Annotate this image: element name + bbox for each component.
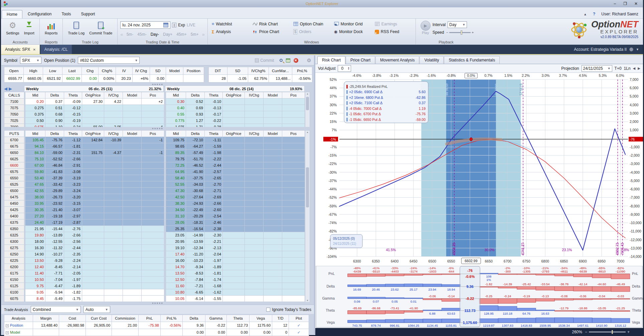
option-cell[interactable]: -1.82	[64, 289, 82, 296]
option-cell[interactable]: 0.375	[25, 111, 45, 118]
menu-item-tools[interactable]: Tools	[57, 10, 75, 18]
option-cell[interactable]: 94.15	[25, 143, 45, 150]
option-cell[interactable]	[245, 169, 264, 175]
option-cell[interactable]	[245, 175, 264, 181]
doc-tab[interactable]: Analysis: SPX✕	[1, 45, 40, 54]
ta-col-header[interactable]: T/D	[272, 315, 289, 322]
option-cell[interactable]: 0.40	[166, 105, 186, 111]
import-button[interactable]: Import	[22, 20, 37, 36]
option-cell[interactable]	[223, 143, 245, 150]
option-cell[interactable]: -41.90	[186, 169, 205, 175]
option-cell[interactable]: 28.05	[166, 219, 186, 226]
option-cell[interactable]	[104, 283, 123, 289]
chain-col-header[interactable]: OrigPrice	[223, 131, 245, 137]
spreadsheet-icon[interactable]	[286, 58, 290, 62]
chain-col-header[interactable]: Mid	[166, 92, 186, 99]
option-cell[interactable]	[104, 105, 123, 111]
option-cell[interactable]: 0.90	[45, 118, 64, 124]
option-cell[interactable]: 13.50	[166, 270, 186, 277]
time-step-button[interactable]: 45m+	[176, 32, 186, 37]
option-cell[interactable]: 10.50	[25, 277, 45, 283]
summary-col-header[interactable]: SD	[227, 67, 248, 75]
pin-ribbon-icon[interactable]: ▲	[584, 12, 587, 16]
option-cell[interactable]: -51.70	[186, 156, 205, 162]
quote-col-header[interactable]: Chg%	[99, 67, 116, 75]
option-cell[interactable]: -34.03	[186, 181, 205, 188]
chain-col-header[interactable]: Pos	[282, 131, 305, 137]
option-cell[interactable]: -11.20	[186, 251, 205, 258]
option-cell[interactable]	[123, 175, 142, 181]
option-cell[interactable]: -1.98	[205, 150, 223, 156]
option-cell[interactable]: 53.40	[25, 175, 45, 181]
option-cell[interactable]	[142, 283, 164, 289]
option-cell[interactable]: -27.64	[186, 194, 205, 200]
option-cell[interactable]	[245, 251, 264, 258]
option-cell[interactable]	[82, 194, 104, 200]
option-cell[interactable]	[123, 162, 142, 169]
strike-cell[interactable]: 6475	[4, 194, 24, 200]
option-cell[interactable]: 31.10	[166, 213, 186, 219]
option-cell[interactable]: -13.89	[45, 232, 64, 238]
option-cell[interactable]	[123, 283, 142, 289]
option-cell[interactable]	[223, 296, 245, 302]
option-cell[interactable]	[223, 207, 245, 213]
chain-col-header[interactable]: Delta	[186, 131, 205, 137]
option-cell[interactable]: -6.14	[186, 296, 205, 302]
option-cell[interactable]	[264, 245, 282, 251]
projection-t-label[interactable]: T+0	[615, 66, 622, 71]
option-cell[interactable]: -2.97	[64, 213, 82, 219]
strike-cell[interactable]: 6675	[4, 143, 24, 150]
speed-slider[interactable]: −+	[446, 30, 474, 34]
expand-icon[interactable]: +	[6, 331, 9, 334]
option-cell[interactable]	[223, 194, 245, 200]
option-cell[interactable]	[123, 188, 142, 194]
plot-checkbox[interactable]: ✓	[289, 329, 309, 336]
strike-cell[interactable]: 6525	[4, 181, 24, 188]
option-cell[interactable]	[245, 156, 264, 162]
option-cell[interactable]: -26.73	[45, 194, 64, 200]
option-cell[interactable]	[282, 111, 305, 118]
option-cell[interactable]	[245, 118, 264, 124]
ta-col-header[interactable]: Commission	[112, 315, 139, 322]
option-cell[interactable]: 55.00	[82, 124, 104, 127]
option-cell[interactable]	[245, 137, 264, 143]
option-cell[interactable]	[223, 162, 245, 169]
option-cell[interactable]	[223, 219, 245, 226]
option-cell[interactable]	[82, 175, 104, 181]
option-cell[interactable]	[104, 245, 123, 251]
option-cell[interactable]: 14.90	[25, 251, 45, 258]
option-cell[interactable]: -1.11	[205, 137, 223, 143]
option-cell[interactable]: 0.30	[166, 99, 186, 105]
option-cell[interactable]	[223, 264, 245, 270]
chain-col-header[interactable]: IVChg	[104, 131, 123, 137]
expand-icon[interactable]: +	[6, 324, 9, 327]
option-cell[interactable]: -1.12	[64, 137, 82, 143]
option-cell[interactable]	[104, 118, 123, 124]
projection-next-icon[interactable]: ▶	[638, 66, 640, 70]
option-cell[interactable]: -46.52	[186, 162, 205, 169]
strike-cell[interactable]: 7100	[4, 99, 24, 105]
option-cell[interactable]: 0.51	[45, 105, 64, 111]
option-cell[interactable]: 13.50	[25, 258, 45, 264]
chain-col-header[interactable]: Pos	[142, 92, 164, 99]
option-cell[interactable]	[123, 213, 142, 219]
option-cell[interactable]	[142, 251, 164, 258]
option-cell[interactable]	[142, 232, 164, 238]
step-back-icon[interactable]: «	[120, 31, 123, 37]
option-cell[interactable]: -2.87	[64, 219, 82, 226]
option-cell[interactable]: 25.35	[166, 226, 186, 232]
trade-log-button[interactable]: Trade Log	[65, 20, 87, 36]
option-cell[interactable]	[142, 105, 164, 111]
option-cell[interactable]	[82, 258, 104, 264]
quote-col-header[interactable]: High	[24, 67, 43, 75]
summary-col-header[interactable]: PnL%	[292, 67, 312, 75]
option-cell[interactable]	[282, 226, 305, 232]
window-button-monitor-dock[interactable]: ◉Monitor Dock	[333, 29, 372, 35]
option-cell[interactable]	[123, 99, 142, 105]
option-cell[interactable]	[142, 213, 164, 219]
option-cell[interactable]: 38.00	[25, 194, 45, 200]
play-button[interactable]: ▶ Play	[419, 20, 433, 39]
plot-checkbox[interactable]: ✓	[289, 322, 309, 329]
option-cell[interactable]: -0.22	[205, 118, 223, 124]
option-cell[interactable]	[264, 270, 282, 277]
